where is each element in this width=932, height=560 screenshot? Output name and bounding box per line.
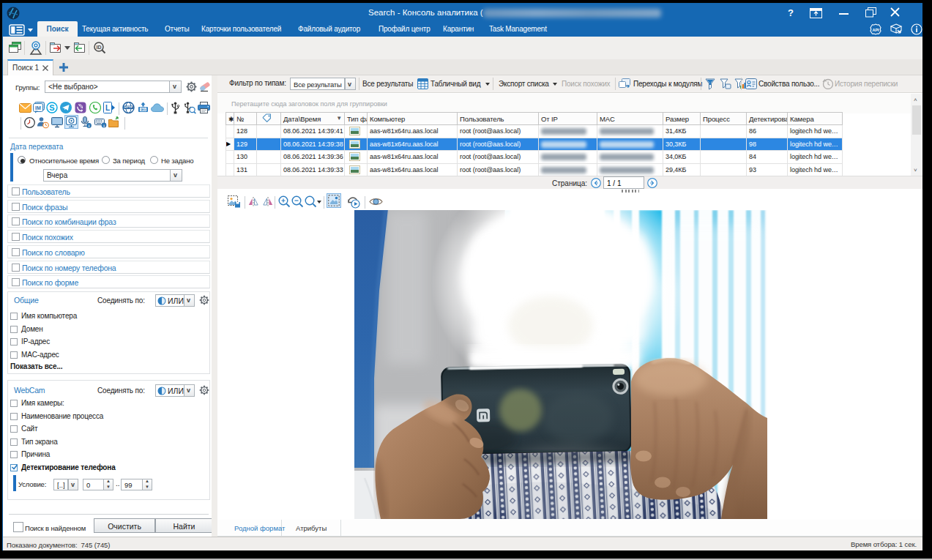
- svg-text:IM: IM: [35, 105, 41, 111]
- svg-text:HTTP: HTTP: [124, 105, 133, 109]
- svg-text:API: API: [872, 28, 879, 32]
- svg-text:S: S: [49, 103, 54, 112]
- svg-text:FTP: FTP: [141, 108, 146, 111]
- svg-text:L: L: [105, 104, 110, 112]
- svg-text:ID: ID: [97, 45, 102, 50]
